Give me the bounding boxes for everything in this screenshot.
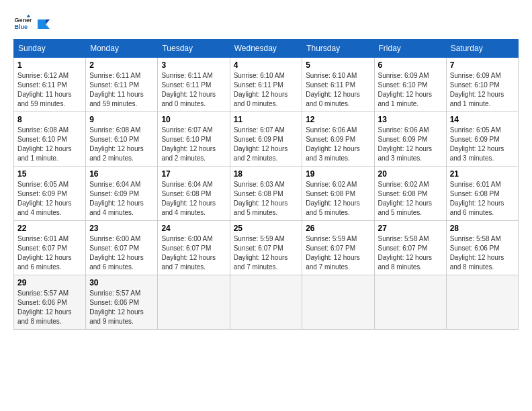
calendar-day-cell: 17Sunrise: 6:04 AMSunset: 6:08 PMDayligh… xyxy=(158,167,230,221)
calendar-day-cell xyxy=(158,275,230,330)
day-number: 20 xyxy=(378,169,443,179)
calendar-day-cell: 18Sunrise: 6:03 AMSunset: 6:08 PMDayligh… xyxy=(230,167,302,221)
calendar-day-cell: 2Sunrise: 6:11 AMSunset: 6:11 PMDaylight… xyxy=(86,58,158,112)
day-number: 27 xyxy=(378,224,443,233)
day-of-week-header: Friday xyxy=(374,40,446,58)
calendar-day-cell: 24Sunrise: 6:00 AMSunset: 6:07 PMDayligh… xyxy=(158,221,230,275)
day-info: Sunrise: 6:11 AMSunset: 6:11 PMDaylight:… xyxy=(161,71,226,109)
day-number: 21 xyxy=(450,169,515,179)
calendar-day-cell: 1Sunrise: 6:12 AMSunset: 6:11 PMDaylight… xyxy=(14,58,86,112)
day-number: 11 xyxy=(234,115,299,124)
day-number: 9 xyxy=(89,115,154,124)
day-info: Sunrise: 6:09 AMSunset: 6:10 PMDaylight:… xyxy=(378,71,443,109)
day-number: 25 xyxy=(234,224,299,233)
day-info: Sunrise: 5:59 AMSunset: 6:07 PMDaylight:… xyxy=(234,234,299,272)
day-info: Sunrise: 6:01 AMSunset: 6:08 PMDaylight:… xyxy=(450,180,515,218)
calendar-day-cell: 29Sunrise: 5:57 AMSunset: 6:06 PMDayligh… xyxy=(14,275,86,330)
day-info: Sunrise: 6:07 AMSunset: 6:10 PMDaylight:… xyxy=(161,126,226,163)
day-info: Sunrise: 6:10 AMSunset: 6:11 PMDaylight:… xyxy=(306,71,370,109)
calendar-day-cell: 26Sunrise: 5:59 AMSunset: 6:07 PMDayligh… xyxy=(302,221,374,275)
calendar-day-cell: 6Sunrise: 6:09 AMSunset: 6:10 PMDaylight… xyxy=(374,58,446,112)
day-number: 3 xyxy=(161,60,226,70)
day-number: 22 xyxy=(17,224,82,233)
day-number: 17 xyxy=(161,169,226,179)
svg-text:Blue: Blue xyxy=(14,24,28,30)
calendar-day-cell: 10Sunrise: 6:07 AMSunset: 6:10 PMDayligh… xyxy=(158,112,230,167)
calendar-day-cell: 15Sunrise: 6:05 AMSunset: 6:09 PMDayligh… xyxy=(14,167,86,221)
calendar-day-cell: 16Sunrise: 6:04 AMSunset: 6:09 PMDayligh… xyxy=(86,167,158,221)
day-info: Sunrise: 6:09 AMSunset: 6:10 PMDaylight:… xyxy=(450,71,515,109)
day-number: 13 xyxy=(378,115,443,124)
day-info: Sunrise: 6:04 AMSunset: 6:08 PMDaylight:… xyxy=(161,180,226,218)
calendar-day-cell xyxy=(230,275,302,330)
day-number: 26 xyxy=(306,224,370,233)
day-number: 18 xyxy=(234,169,299,179)
calendar-table: SundayMondayTuesdayWednesdayThursdayFrid… xyxy=(13,39,519,330)
day-info: Sunrise: 6:08 AMSunset: 6:10 PMDaylight:… xyxy=(17,126,82,163)
day-number: 30 xyxy=(89,278,154,287)
calendar-day-cell: 30Sunrise: 5:57 AMSunset: 6:06 PMDayligh… xyxy=(86,275,158,330)
day-of-week-header: Wednesday xyxy=(230,40,302,58)
day-of-week-header: Sunday xyxy=(14,40,86,58)
calendar-day-cell: 19Sunrise: 6:02 AMSunset: 6:08 PMDayligh… xyxy=(302,167,374,221)
day-number: 29 xyxy=(17,278,82,287)
calendar-day-cell: 11Sunrise: 6:07 AMSunset: 6:09 PMDayligh… xyxy=(230,112,302,167)
calendar-day-cell: 12Sunrise: 6:06 AMSunset: 6:09 PMDayligh… xyxy=(302,112,374,167)
calendar-day-cell: 4Sunrise: 6:10 AMSunset: 6:11 PMDaylight… xyxy=(230,58,302,112)
day-number: 24 xyxy=(161,224,226,233)
day-number: 2 xyxy=(89,60,154,70)
day-info: Sunrise: 6:06 AMSunset: 6:09 PMDaylight:… xyxy=(378,126,443,163)
calendar-day-cell: 7Sunrise: 6:09 AMSunset: 6:10 PMDaylight… xyxy=(446,58,518,112)
logo-icon: General Blue xyxy=(13,13,32,32)
calendar-header-row: SundayMondayTuesdayWednesdayThursdayFrid… xyxy=(14,40,519,58)
day-info: Sunrise: 6:06 AMSunset: 6:09 PMDaylight:… xyxy=(306,126,370,163)
svg-text:General: General xyxy=(14,17,32,24)
day-info: Sunrise: 5:58 AMSunset: 6:06 PMDaylight:… xyxy=(450,234,515,272)
day-info: Sunrise: 6:12 AMSunset: 6:11 PMDaylight:… xyxy=(17,71,82,109)
day-number: 5 xyxy=(306,60,370,70)
calendar-day-cell xyxy=(446,275,518,330)
day-number: 10 xyxy=(161,115,226,124)
calendar-day-cell xyxy=(302,275,374,330)
day-number: 1 xyxy=(17,60,82,70)
day-info: Sunrise: 6:01 AMSunset: 6:07 PMDaylight:… xyxy=(17,234,82,272)
day-info: Sunrise: 6:05 AMSunset: 6:09 PMDaylight:… xyxy=(17,180,82,218)
page-header: General Blue xyxy=(13,13,519,32)
day-info: Sunrise: 6:00 AMSunset: 6:07 PMDaylight:… xyxy=(89,234,154,272)
day-of-week-header: Tuesday xyxy=(158,40,230,58)
day-number: 14 xyxy=(450,115,515,124)
calendar-day-cell xyxy=(374,275,446,330)
calendar-week-row: 22Sunrise: 6:01 AMSunset: 6:07 PMDayligh… xyxy=(14,221,519,275)
calendar-day-cell: 21Sunrise: 6:01 AMSunset: 6:08 PMDayligh… xyxy=(446,167,518,221)
calendar-day-cell: 9Sunrise: 6:08 AMSunset: 6:10 PMDaylight… xyxy=(86,112,158,167)
day-number: 19 xyxy=(306,169,370,179)
day-of-week-header: Saturday xyxy=(446,40,518,58)
logo: General Blue xyxy=(13,13,51,32)
day-number: 12 xyxy=(306,115,370,124)
day-info: Sunrise: 6:03 AMSunset: 6:08 PMDaylight:… xyxy=(234,180,299,218)
day-info: Sunrise: 6:05 AMSunset: 6:09 PMDaylight:… xyxy=(450,126,515,163)
calendar-day-cell: 27Sunrise: 5:58 AMSunset: 6:07 PMDayligh… xyxy=(374,221,446,275)
day-info: Sunrise: 6:10 AMSunset: 6:11 PMDaylight:… xyxy=(234,71,299,109)
day-number: 28 xyxy=(450,224,515,233)
calendar-day-cell: 23Sunrise: 6:00 AMSunset: 6:07 PMDayligh… xyxy=(86,221,158,275)
day-info: Sunrise: 6:00 AMSunset: 6:07 PMDaylight:… xyxy=(161,234,226,272)
day-info: Sunrise: 6:07 AMSunset: 6:09 PMDaylight:… xyxy=(234,126,299,163)
day-info: Sunrise: 6:08 AMSunset: 6:10 PMDaylight:… xyxy=(89,126,154,163)
calendar-day-cell: 14Sunrise: 6:05 AMSunset: 6:09 PMDayligh… xyxy=(446,112,518,167)
day-info: Sunrise: 5:57 AMSunset: 6:06 PMDaylight:… xyxy=(89,289,154,326)
day-of-week-header: Monday xyxy=(86,40,158,58)
calendar-day-cell: 20Sunrise: 6:02 AMSunset: 6:08 PMDayligh… xyxy=(374,167,446,221)
day-info: Sunrise: 6:02 AMSunset: 6:08 PMDaylight:… xyxy=(306,180,370,218)
calendar-week-row: 15Sunrise: 6:05 AMSunset: 6:09 PMDayligh… xyxy=(14,167,519,221)
calendar-day-cell: 28Sunrise: 5:58 AMSunset: 6:06 PMDayligh… xyxy=(446,221,518,275)
day-of-week-header: Thursday xyxy=(302,40,374,58)
day-number: 6 xyxy=(378,60,443,70)
day-number: 23 xyxy=(89,224,154,233)
svg-marker-2 xyxy=(27,14,31,17)
calendar-week-row: 1Sunrise: 6:12 AMSunset: 6:11 PMDaylight… xyxy=(14,58,519,112)
day-info: Sunrise: 6:11 AMSunset: 6:11 PMDaylight:… xyxy=(89,71,154,109)
day-info: Sunrise: 5:57 AMSunset: 6:06 PMDaylight:… xyxy=(17,289,82,326)
day-number: 15 xyxy=(17,169,82,179)
calendar-day-cell: 13Sunrise: 6:06 AMSunset: 6:09 PMDayligh… xyxy=(374,112,446,167)
